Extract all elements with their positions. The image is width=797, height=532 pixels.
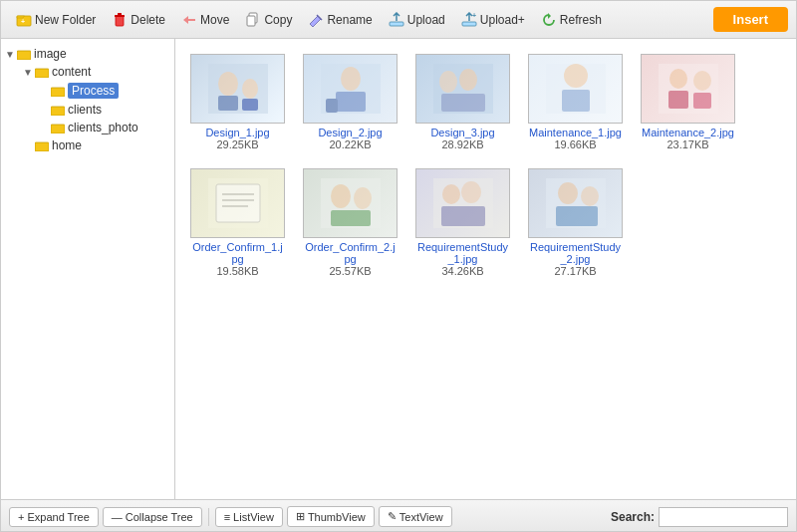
upload-plus-label: Upload+ — [480, 13, 525, 27]
file-name: RequirementStudy_2.jpg — [528, 241, 623, 265]
expand-tree-button[interactable]: + Expand Tree — [9, 507, 99, 527]
file-size: 29.25KB — [216, 138, 258, 150]
textview-label: TextView — [399, 511, 443, 523]
tree-node-home[interactable]: home — [21, 136, 170, 154]
collapse-tree-button[interactable]: — Collapse Tree — [103, 507, 202, 527]
svg-rect-9 — [462, 22, 476, 26]
svg-point-25 — [218, 72, 238, 96]
move-button[interactable]: Move — [174, 9, 236, 31]
search-input[interactable] — [659, 507, 788, 527]
textview-button[interactable]: ✎ TextView — [379, 506, 452, 527]
delete-label: Delete — [131, 13, 165, 27]
svg-rect-8 — [390, 22, 403, 26]
svg-marker-11 — [548, 13, 551, 19]
tree-node-content[interactable]: ▼ content — [21, 63, 170, 81]
toolbar: + New Folder Delete Move Copy Rename Upl… — [1, 1, 796, 39]
svg-rect-42 — [668, 91, 688, 109]
file-size: 23.17KB — [666, 138, 708, 150]
file-thumbnail — [190, 168, 285, 238]
new-folder-button[interactable]: + New Folder — [9, 9, 103, 31]
tree-toggle-content: ▼ — [23, 67, 35, 78]
tree-label-process: Process — [68, 83, 119, 99]
svg-point-35 — [459, 69, 477, 91]
view-separator — [208, 508, 209, 526]
svg-rect-44 — [693, 93, 711, 109]
search-label: Search: — [611, 510, 655, 524]
tree-node-clients-photo[interactable]: clients_photo — [37, 119, 170, 136]
file-item[interactable]: Maintenance_1.jpg19.66KB — [523, 49, 628, 155]
folder-icon-process — [51, 85, 65, 97]
copy-icon — [245, 12, 261, 28]
svg-point-51 — [331, 184, 351, 208]
svg-rect-61 — [556, 206, 598, 226]
file-thumbnail — [641, 54, 735, 124]
file-name: Design_3.jpg — [430, 127, 494, 138]
file-size: 19.58KB — [216, 265, 258, 277]
file-item[interactable]: RequirementStudy_2.jpg27.17KB — [523, 163, 628, 282]
file-thumbnail — [303, 168, 398, 238]
upload-plus-button[interactable]: + Upload+ — [454, 9, 532, 31]
folder-icon-content — [35, 66, 49, 78]
file-item[interactable]: Design_2.jpg20.22KB — [298, 49, 402, 155]
file-size: 19.66KB — [554, 138, 596, 150]
folder-icon — [17, 48, 31, 60]
svg-rect-28 — [242, 99, 258, 111]
tree-toggle-image: ▼ — [5, 49, 17, 60]
refresh-icon — [541, 12, 557, 28]
thumbview-icon: ⊞ — [296, 510, 305, 523]
file-size: 34.26KB — [441, 265, 483, 277]
svg-rect-57 — [441, 206, 485, 226]
tree-node-process[interactable]: Process — [37, 81, 170, 101]
file-thumbnail — [415, 54, 510, 124]
tree-node-clients[interactable]: clients — [37, 101, 170, 119]
svg-point-55 — [442, 184, 460, 204]
svg-rect-36 — [441, 94, 485, 112]
svg-point-43 — [693, 71, 711, 91]
file-area: Design_1.jpg29.25KBDesign_2.jpg20.22KBDe… — [175, 39, 796, 499]
file-name: Design_2.jpg — [318, 127, 382, 138]
new-folder-label: New Folder — [35, 13, 96, 27]
file-size: 20.22KB — [329, 138, 371, 150]
file-item[interactable]: Order_Confirm_1.jpg19.58KB — [185, 163, 290, 282]
listview-button[interactable]: ≡ ListView — [215, 507, 283, 527]
copy-button[interactable]: Copy — [238, 9, 299, 31]
new-folder-icon: + — [16, 12, 32, 28]
tree-children-image: ▼ content Process — [5, 63, 170, 154]
file-thumbnail — [528, 54, 623, 124]
refresh-button[interactable]: Refresh — [534, 9, 609, 31]
rename-button[interactable]: Rename — [301, 9, 379, 31]
file-size: 25.57KB — [329, 265, 371, 277]
file-item[interactable]: Maintenance_2.jpg23.17KB — [636, 49, 740, 155]
insert-button[interactable]: Insert — [713, 7, 788, 32]
svg-rect-2 — [116, 16, 124, 26]
delete-button[interactable]: Delete — [105, 9, 172, 31]
svg-rect-39 — [562, 90, 590, 112]
folder-icon-clients-photo — [51, 122, 65, 133]
tree-node-image[interactable]: ▼ image — [5, 45, 170, 63]
expand-tree-label: Expand Tree — [27, 511, 89, 523]
upload-button[interactable]: Upload — [382, 9, 452, 31]
file-item[interactable]: Design_3.jpg28.92KB — [410, 49, 515, 155]
thumbview-button[interactable]: ⊞ ThumbView — [287, 506, 375, 527]
expand-tree-icon: + — [18, 511, 24, 523]
listview-icon: ≡ — [224, 511, 230, 523]
file-thumbnail — [190, 54, 285, 124]
svg-point-30 — [341, 67, 361, 91]
svg-rect-3 — [115, 15, 125, 17]
upload-icon — [389, 12, 404, 28]
file-item[interactable]: Design_1.jpg29.25KB — [185, 49, 290, 155]
file-name: RequirementStudy_1.jpg — [415, 241, 510, 265]
rename-icon — [308, 12, 324, 28]
file-name: Maintenance_2.jpg — [642, 127, 734, 138]
file-name: Maintenance_1.jpg — [529, 127, 622, 138]
file-item[interactable]: Order_Confirm_2.jpg25.57KB — [298, 163, 402, 282]
svg-point-41 — [669, 69, 687, 89]
tree-children-content: Process clients clients_photo — [21, 81, 170, 136]
svg-rect-4 — [118, 13, 122, 15]
file-item[interactable]: RequirementStudy_1.jpg34.26KB — [410, 163, 515, 282]
listview-label: ListView — [233, 511, 274, 523]
file-size: 28.92KB — [441, 138, 483, 150]
tree-label-home: home — [52, 138, 82, 152]
main-area: ▼ image ▼ content — [1, 39, 796, 499]
svg-rect-26 — [218, 96, 238, 111]
